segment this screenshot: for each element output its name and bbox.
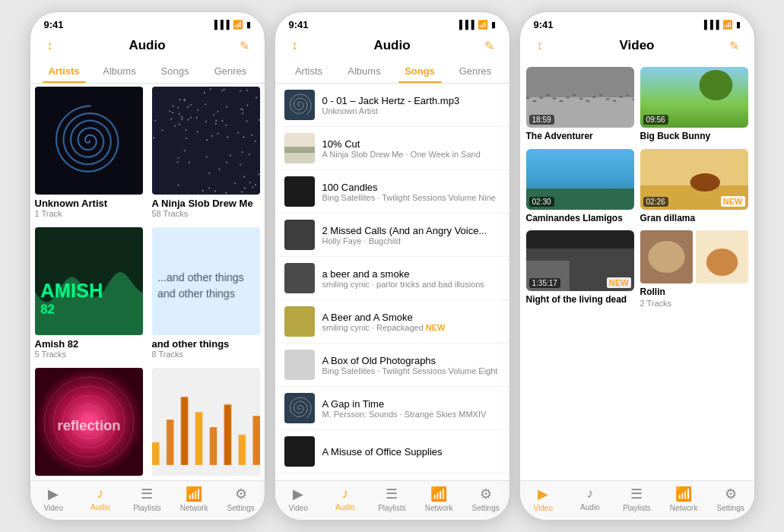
artist-cell-6[interactable]: animations full 4 Tracks xyxy=(148,365,265,480)
song-item-1[interactable]: 0 - 01 – Jack Hertz - Earth.mp3 Unknown … xyxy=(275,84,509,127)
app-header-2: ↕ Audio ✎ xyxy=(275,33,509,61)
song-subtitle-7: Bing Satellites · Twilight Sessions Volu… xyxy=(322,366,500,375)
network-icon-3: 📶 xyxy=(675,486,692,502)
tab-albums-1[interactable]: Albums xyxy=(92,61,148,83)
video-title-gran: Gran dillama xyxy=(640,213,748,225)
song-item-2[interactable]: 10% Cut A Ninja Slob Drew Me · One Week … xyxy=(275,127,509,170)
audio-icon-3: ♪ xyxy=(586,486,593,502)
song-list: 0 - 01 – Jack Hertz - Earth.mp3 Unknown … xyxy=(275,84,509,480)
settings-icon-3: ⚙ xyxy=(725,486,737,502)
wifi-icon-3: 📶 xyxy=(722,20,733,30)
video-thumb-night: 1:35:17 NEW xyxy=(526,230,634,291)
bottom-tab-settings-3[interactable]: ⚙ Settings xyxy=(707,486,754,512)
song-item-3[interactable]: 100 Candles Bing Satellites · Twilight S… xyxy=(275,170,509,214)
bottom-tab-audio-1[interactable]: ♪ Audio xyxy=(77,486,124,512)
bottom-tabs-1: ▶ Video ♪ Audio ☰ Playlists 📶 Network ⚙ … xyxy=(30,480,265,520)
phone-2: 9:41 ▐▐▐ 📶 ▮ ↕ Audio ✎ Artists Albums So… xyxy=(275,11,510,521)
song-title-9: A Misuse of Office Supplies xyxy=(322,446,500,458)
bottom-tab-settings-1[interactable]: ⚙ Settings xyxy=(217,486,265,512)
song-info-3: 100 Candles Bing Satellites · Twilight S… xyxy=(322,182,500,202)
tab-genres-1[interactable]: Genres xyxy=(203,61,259,83)
tab-genres-2[interactable]: Genres xyxy=(448,61,503,83)
bottom-tab-video-1[interactable]: ▶ Video xyxy=(30,486,78,512)
bottom-tab-network-2[interactable]: 📶 Network xyxy=(415,486,462,512)
song-info-2: 10% Cut A Ninja Slob Drew Me · One Week … xyxy=(322,138,500,159)
artist-cell-4[interactable]: and other things 8 Tracks xyxy=(148,224,265,365)
artist-tracks-3: 5 Tracks xyxy=(35,350,143,359)
song-item-9[interactable]: A Misuse of Office Supplies xyxy=(275,430,509,473)
video-label-2: Video xyxy=(289,504,308,512)
bottom-tab-playlists-2[interactable]: ☰ Playlists xyxy=(369,486,416,512)
song-title-4: 2 Missed Calls (And an Angry Voice... xyxy=(322,225,500,236)
song-item-4[interactable]: 2 Missed Calls (And an Angry Voice... Ho… xyxy=(275,214,509,257)
network-icon-2: 📶 xyxy=(430,486,447,502)
edit-icon-2[interactable]: ✎ xyxy=(481,36,499,55)
bottom-tab-network-1[interactable]: 📶 Network xyxy=(170,486,217,512)
artist-cell-1[interactable]: Unknown Artist 1 Track xyxy=(30,84,148,224)
video-duration-bbb: 09:56 xyxy=(643,115,668,125)
video-thumb-adventurer: 18:59 xyxy=(526,67,634,128)
video-icon-1: ▶ xyxy=(48,486,59,502)
tab-songs-2[interactable]: Songs xyxy=(392,61,448,83)
bottom-tab-audio-2[interactable]: ♪ Audio xyxy=(322,486,369,512)
tab-songs-1[interactable]: Songs xyxy=(148,61,203,83)
app-header-3: ↕ Video ✎ xyxy=(520,33,754,61)
audio-label-1: Audio xyxy=(90,503,110,511)
status-bar-2: 9:41 ▐▐▐ 📶 ▮ xyxy=(275,12,509,33)
video-cell-rollin[interactable]: Rollin 2 Tracks xyxy=(640,230,748,308)
settings-label-2: Settings xyxy=(472,504,500,512)
artist-cell-5[interactable]: reflection 3 Tracks xyxy=(30,365,148,480)
bottom-tab-network-3[interactable]: 📶 Network xyxy=(660,486,707,512)
song-subtitle-1: Unknown Artist xyxy=(322,106,500,116)
settings-label-3: Settings xyxy=(717,504,744,512)
status-time-3: 9:41 xyxy=(534,19,554,30)
song-item-5[interactable]: a beer and a smoke smiling cynic · parlo… xyxy=(275,257,509,300)
tab-artists-2[interactable]: Artists xyxy=(281,61,337,83)
tab-albums-2[interactable]: Albums xyxy=(337,61,392,83)
video-cell-adventurer[interactable]: 18:59 The Adventurer xyxy=(526,67,634,143)
artist-cell-3[interactable]: Amish 82 5 Tracks xyxy=(30,224,148,365)
song-item-8[interactable]: A Gap in Time M. Persson: Sounds · Stran… xyxy=(275,387,509,430)
song-thumb-7 xyxy=(284,350,315,380)
bottom-tab-settings-2[interactable]: ⚙ Settings xyxy=(462,486,509,512)
video-cell-bbb[interactable]: 09:56 Big Buck Bunny xyxy=(640,67,748,143)
song-subtitle-2: A Ninja Slob Drew Me · One Week in Sand xyxy=(322,150,500,159)
song-subtitle-3: Bing Satellites · Twilight Sessions Volu… xyxy=(322,193,500,202)
audio-label-3: Audio xyxy=(580,503,600,511)
network-label-2: Network xyxy=(425,504,453,512)
video-cell-night[interactable]: 1:35:17 NEW Night of the living dead xyxy=(526,230,634,308)
video-thumb-caminandes: 02:30 xyxy=(526,149,634,210)
edit-icon-1[interactable]: ✎ xyxy=(236,36,254,55)
video-row-1: 18:59 The Adventurer 09:56 Big Buck Bunn… xyxy=(526,67,748,143)
song-item-7[interactable]: A Box of Old Photographs Bing Satellites… xyxy=(275,344,509,387)
settings-icon-2: ⚙ xyxy=(480,486,492,502)
sort-icon-1[interactable]: ↕ xyxy=(41,36,59,55)
network-icon-1: 📶 xyxy=(186,486,202,502)
video-cell-caminandes[interactable]: 02:30 Caminandes Llamigos xyxy=(526,149,634,225)
video-cell-gran[interactable]: 02:26 NEW Gran dillama xyxy=(640,149,748,225)
bottom-tab-video-3[interactable]: ▶ Video xyxy=(520,486,567,512)
artist-thumb-3 xyxy=(35,227,143,335)
artist-cell-2[interactable]: A Ninja Slob Drew Me 58 Tracks xyxy=(148,84,265,224)
sort-icon-3[interactable]: ↕ xyxy=(531,36,549,55)
video-new-gran: NEW xyxy=(721,196,745,207)
artist-thumb-6 xyxy=(152,368,260,476)
edit-icon-3[interactable]: ✎ xyxy=(725,36,744,55)
song-info-7: A Box of Old Photographs Bing Satellites… xyxy=(322,355,500,375)
battery-icon-2: ▮ xyxy=(491,20,496,30)
bottom-tab-video-2[interactable]: ▶ Video xyxy=(275,486,322,512)
song-thumb-8 xyxy=(284,393,315,423)
video-row-3: 1:35:17 NEW Night of the living dead xyxy=(526,230,748,308)
bottom-tab-playlists-1[interactable]: ☰ Playlists xyxy=(124,486,171,512)
header-title-3: Video xyxy=(549,38,725,53)
video-title-adventurer: The Adventurer xyxy=(526,131,634,143)
song-item-6[interactable]: A Beer and A Smoke smiling cynic · Repac… xyxy=(275,300,509,344)
bottom-tab-audio-3[interactable]: ♪ Audio xyxy=(567,486,614,512)
video-label-1: Video xyxy=(44,504,63,512)
artist-thumb-5 xyxy=(35,368,143,476)
song-info-4: 2 Missed Calls (And an Angry Voice... Ho… xyxy=(322,225,500,245)
tab-artists-1[interactable]: Artists xyxy=(37,61,92,83)
sort-icon-2[interactable]: ↕ xyxy=(286,36,304,55)
bottom-tab-playlists-3[interactable]: ☰ Playlists xyxy=(614,486,661,512)
app-header-1: ↕ Audio ✎ xyxy=(30,33,265,61)
